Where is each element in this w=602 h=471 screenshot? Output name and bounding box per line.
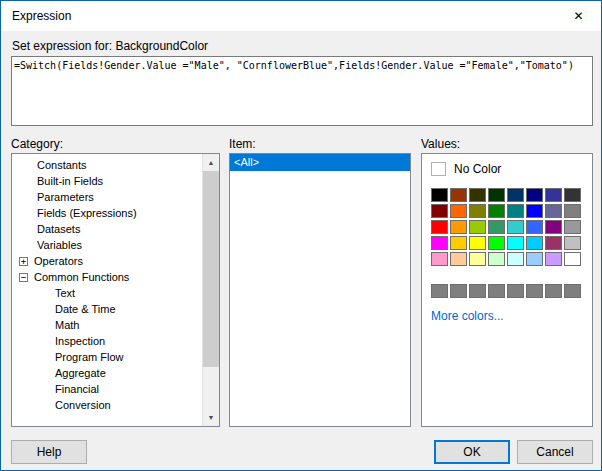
color-swatch[interactable] bbox=[488, 204, 505, 218]
tree-item-conversion[interactable]: Conversion bbox=[12, 397, 202, 413]
category-scrollbar[interactable]: ▲ ▼ bbox=[202, 154, 219, 426]
values-panel: No Color More colors... bbox=[421, 153, 593, 427]
tree-item-label: Datasets bbox=[37, 223, 80, 235]
color-swatch[interactable] bbox=[488, 284, 505, 298]
dialog-title: Expression bbox=[1, 9, 71, 23]
color-swatch[interactable] bbox=[507, 236, 524, 250]
color-swatch[interactable] bbox=[507, 204, 524, 218]
color-swatch[interactable] bbox=[450, 188, 467, 202]
color-swatch[interactable] bbox=[564, 252, 581, 266]
tree-item-text[interactable]: Text bbox=[12, 285, 202, 301]
color-swatch[interactable] bbox=[545, 204, 562, 218]
tree-item-inspection[interactable]: Inspection bbox=[12, 333, 202, 349]
values-label: Values: bbox=[421, 137, 460, 151]
color-swatch[interactable] bbox=[431, 220, 448, 234]
scrollbar-thumb[interactable] bbox=[203, 171, 219, 367]
more-colors-link[interactable]: More colors... bbox=[431, 309, 504, 323]
tree-item-datasets[interactable]: Datasets bbox=[12, 221, 202, 237]
scroll-up-button[interactable]: ▲ bbox=[203, 154, 219, 171]
color-swatch[interactable] bbox=[526, 220, 543, 234]
tree-item-common-functions[interactable]: −Common Functions bbox=[12, 269, 202, 285]
color-swatch[interactable] bbox=[450, 284, 467, 298]
color-swatch[interactable] bbox=[488, 188, 505, 202]
color-swatch[interactable] bbox=[564, 188, 581, 202]
color-swatch[interactable] bbox=[431, 188, 448, 202]
tree-item-date-time[interactable]: Date & Time bbox=[12, 301, 202, 317]
color-swatch[interactable] bbox=[469, 204, 486, 218]
item-list-row[interactable]: <All> bbox=[230, 154, 410, 171]
color-swatch[interactable] bbox=[545, 284, 562, 298]
expression-input[interactable]: =Switch(Fields!Gender.Value ="Male", "Co… bbox=[11, 56, 593, 126]
tree-item-label: Operators bbox=[34, 255, 83, 267]
item-list: <All> bbox=[230, 154, 410, 171]
color-palette bbox=[431, 188, 581, 266]
color-swatch[interactable] bbox=[507, 284, 524, 298]
tree-item-label: Date & Time bbox=[55, 303, 116, 315]
color-swatch[interactable] bbox=[431, 204, 448, 218]
title-bar: Expression ✕ bbox=[1, 1, 601, 31]
ok-button[interactable]: OK bbox=[434, 440, 510, 464]
category-tree-panel: ConstantsBuilt-in FieldsParametersFields… bbox=[11, 153, 220, 427]
tree-item-financial[interactable]: Financial bbox=[12, 381, 202, 397]
color-swatch[interactable] bbox=[469, 284, 486, 298]
tree-item-operators[interactable]: +Operators bbox=[12, 253, 202, 269]
item-list-panel: <All> bbox=[229, 153, 411, 427]
scroll-up-icon: ▲ bbox=[208, 159, 215, 166]
no-color-option[interactable]: No Color bbox=[431, 162, 501, 176]
color-swatch[interactable] bbox=[545, 188, 562, 202]
tree-item-label: Parameters bbox=[37, 191, 94, 203]
color-swatch[interactable] bbox=[545, 236, 562, 250]
color-swatch[interactable] bbox=[450, 236, 467, 250]
color-swatch[interactable] bbox=[507, 220, 524, 234]
tree-item-label: Program Flow bbox=[55, 351, 123, 363]
color-swatch[interactable] bbox=[526, 252, 543, 266]
tree-item-label: Constants bbox=[37, 159, 87, 171]
tree-item-parameters[interactable]: Parameters bbox=[12, 189, 202, 205]
color-swatch[interactable] bbox=[469, 252, 486, 266]
collapse-icon[interactable]: − bbox=[19, 273, 28, 282]
color-swatch[interactable] bbox=[431, 284, 448, 298]
color-swatch[interactable] bbox=[450, 204, 467, 218]
color-swatch[interactable] bbox=[526, 188, 543, 202]
tree-item-built-in-fields[interactable]: Built-in Fields bbox=[12, 173, 202, 189]
tree-item-variables[interactable]: Variables bbox=[12, 237, 202, 253]
expand-icon[interactable]: + bbox=[19, 257, 28, 266]
color-swatch[interactable] bbox=[526, 236, 543, 250]
color-swatch[interactable] bbox=[450, 220, 467, 234]
scroll-down-button[interactable]: ▼ bbox=[203, 409, 219, 426]
cancel-button[interactable]: Cancel bbox=[517, 440, 593, 464]
tree-item-label: Math bbox=[55, 319, 79, 331]
color-swatch[interactable] bbox=[526, 284, 543, 298]
color-swatch[interactable] bbox=[488, 220, 505, 234]
color-swatch[interactable] bbox=[526, 204, 543, 218]
color-swatch[interactable] bbox=[507, 252, 524, 266]
help-button[interactable]: Help bbox=[11, 440, 87, 464]
no-color-swatch bbox=[431, 162, 446, 176]
color-swatch[interactable] bbox=[564, 220, 581, 234]
color-swatch[interactable] bbox=[469, 220, 486, 234]
color-swatch[interactable] bbox=[431, 252, 448, 266]
tree-item-math[interactable]: Math bbox=[12, 317, 202, 333]
tree-item-label: Aggregate bbox=[55, 367, 106, 379]
expression-dialog: Expression ✕ Set expression for: Backgro… bbox=[0, 0, 602, 471]
tree-item-label: Text bbox=[55, 287, 75, 299]
color-swatch[interactable] bbox=[469, 236, 486, 250]
color-swatch[interactable] bbox=[469, 188, 486, 202]
tree-item-program-flow[interactable]: Program Flow bbox=[12, 349, 202, 365]
color-swatch[interactable] bbox=[488, 252, 505, 266]
no-color-label: No Color bbox=[454, 162, 501, 176]
tree-item-fields-expressions[interactable]: Fields (Expressions) bbox=[12, 205, 202, 221]
color-swatch[interactable] bbox=[545, 220, 562, 234]
color-swatch[interactable] bbox=[564, 284, 581, 298]
color-swatch[interactable] bbox=[450, 252, 467, 266]
tree-item-aggregate[interactable]: Aggregate bbox=[12, 365, 202, 381]
color-swatch[interactable] bbox=[488, 236, 505, 250]
color-swatch[interactable] bbox=[545, 252, 562, 266]
color-swatch[interactable] bbox=[564, 236, 581, 250]
color-swatch[interactable] bbox=[507, 188, 524, 202]
tree-item-constants[interactable]: Constants bbox=[12, 157, 202, 173]
color-swatch[interactable] bbox=[564, 204, 581, 218]
tree-item-label: Conversion bbox=[55, 399, 111, 411]
color-swatch[interactable] bbox=[431, 236, 448, 250]
close-button[interactable]: ✕ bbox=[556, 1, 601, 30]
